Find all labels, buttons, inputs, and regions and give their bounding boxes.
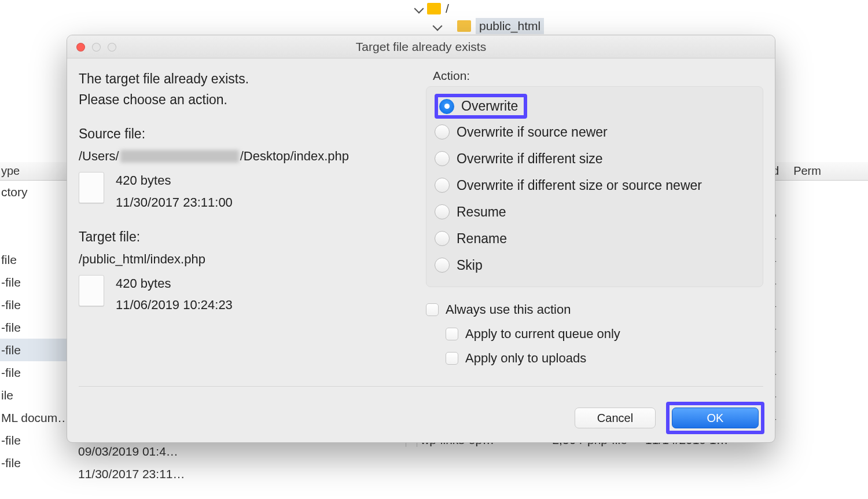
left-type-item: ctory [0, 181, 67, 203]
cancel-button[interactable]: Cancel [575, 408, 656, 428]
checkbox-icon [446, 352, 458, 365]
radio-icon [439, 99, 454, 114]
radio-icon [435, 204, 450, 219]
left-type-column: ctory file -file -file -file -file -file… [0, 181, 67, 474]
radio-icon [435, 258, 450, 273]
col-header-perm[interactable]: Perm [793, 164, 821, 178]
left-type-item: file [0, 248, 67, 271]
file-icon [79, 172, 104, 203]
left-type-item: -file [0, 361, 67, 384]
left-type-item [0, 203, 67, 226]
target-file-size: 420 bytes [116, 273, 233, 294]
action-label: Action: [433, 69, 763, 83]
check-apply-uploads[interactable]: Apply only to uploads [446, 346, 763, 370]
radio-icon [435, 124, 450, 140]
target-file-path: /public_html/index.php [79, 252, 426, 267]
checkbox-icon [426, 303, 439, 316]
dialog-titlebar: Target file already exists [67, 35, 775, 58]
left-date-item: 09/03/2019 01:4… [78, 440, 252, 463]
radio-skip[interactable]: Skip [435, 252, 755, 278]
window-minimize-button[interactable] [92, 43, 101, 52]
left-type-item: -file [0, 271, 67, 293]
remote-tree: / public_html [411, 0, 700, 35]
left-type-header: ype [0, 162, 67, 181]
target-file-label: Target file: [79, 229, 426, 245]
source-file-label: Source file: [79, 126, 426, 142]
left-type-item: -file [0, 316, 67, 339]
left-type-item: ML docum… [0, 406, 67, 429]
dialog-message: The target file already exists. Please c… [79, 69, 426, 110]
tree-root-label[interactable]: / [446, 2, 449, 16]
radio-overwrite[interactable]: Overwrite [439, 98, 518, 114]
radio-overwrite-diffsize[interactable]: Overwrite if different size [435, 145, 755, 172]
check-apply-queue[interactable]: Apply to current queue only [446, 322, 763, 346]
dialog-divider [79, 386, 763, 387]
checkbox-icon [446, 328, 458, 340]
tree-public-html[interactable]: public_html [476, 18, 544, 34]
left-date-item: 11/30/2017 23:11… [78, 463, 252, 485]
source-file-date: 11/30/2017 23:11:00 [116, 192, 233, 213]
window-close-button[interactable] [76, 43, 85, 52]
action-group: Overwrite Overwrite if source newer Over… [426, 86, 763, 287]
redacted-username [120, 150, 239, 163]
check-always-use[interactable]: Always use this action [426, 298, 763, 322]
window-zoom-button[interactable] [108, 43, 116, 52]
left-type-item: -file [0, 429, 67, 452]
left-type-item: -file [0, 293, 67, 316]
file-icon [79, 275, 104, 306]
left-type-item: -file [0, 339, 67, 361]
radio-icon [435, 151, 450, 166]
left-type-item [0, 226, 67, 248]
dialog-title: Target file already exists [67, 40, 775, 54]
radio-overwrite-diffsize-newer[interactable]: Overwrite if different size or source ne… [435, 172, 755, 199]
highlight-overwrite: Overwrite [435, 94, 527, 119]
radio-overwrite-newer[interactable]: Overwrite if source newer [435, 119, 755, 145]
radio-rename[interactable]: Rename [435, 225, 755, 252]
left-type-item: -file [0, 452, 67, 474]
target-file-date: 11/06/2019 10:24:23 [116, 294, 233, 315]
source-file-path: /Users//Desktop/index.php [79, 149, 426, 164]
conflict-dialog: Target file already exists The target fi… [67, 35, 775, 443]
source-file-size: 420 bytes [116, 170, 233, 191]
radio-icon [435, 178, 450, 193]
ok-button[interactable]: OK [672, 408, 759, 428]
highlight-ok: OK [666, 402, 764, 434]
left-type-item: ile [0, 384, 67, 406]
radio-resume[interactable]: Resume [435, 199, 755, 225]
left-dates-column: 09/03/2019 01:4… 11/30/2017 23:11… [78, 440, 252, 485]
radio-icon [435, 231, 450, 246]
